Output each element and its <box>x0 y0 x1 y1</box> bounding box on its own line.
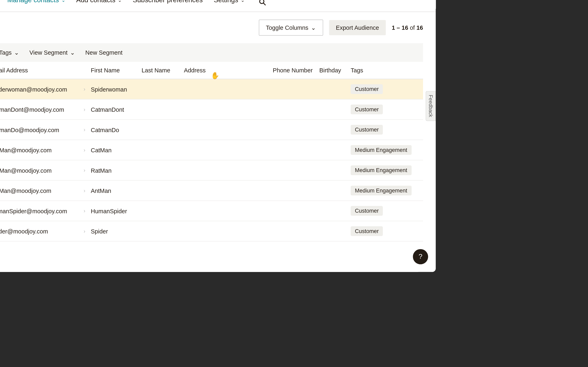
cell-email[interactable]: CatmanDo@moodjoy.com <box>0 126 78 133</box>
tag-chip[interactable]: Medium Engagement <box>351 186 412 196</box>
chevron-right-icon[interactable]: › <box>78 127 91 133</box>
cell-tags: Medium Engagement <box>351 186 423 196</box>
table-header: ⌄ Email Address First Name Last Name Add… <box>0 62 423 79</box>
chevron-right-icon[interactable]: › <box>78 106 91 112</box>
cell-tags: Customer <box>351 226 423 236</box>
tab-add-label: Add contacts <box>76 0 115 4</box>
cell-first-name: Spiderwoman <box>91 86 142 92</box>
toggle-columns-label: Toggle Columns <box>266 24 308 31</box>
tag-chip[interactable]: Medium Engagement <box>351 165 412 175</box>
chevron-down-icon: ⌄ <box>61 0 65 3</box>
tag-chip[interactable]: Customer <box>351 105 383 114</box>
chevron-right-icon[interactable]: › <box>78 86 91 92</box>
tab-manage-label: Manage contacts <box>7 0 59 4</box>
chevron-down-icon: ⌄ <box>70 49 75 56</box>
cell-tags: Medium Engagement <box>351 165 423 175</box>
cell-tags: Customer <box>351 84 423 94</box>
column-first-name[interactable]: First Name <box>91 67 142 74</box>
table-row[interactable]: CatMan@moodjoy.com › CatMan Medium Engag… <box>0 140 423 160</box>
main-content: Mood Joy Your audience has 16 contacts. … <box>0 0 436 272</box>
tab-settings[interactable]: Settings⌄ <box>214 0 245 12</box>
feedback-tab[interactable]: Feedback <box>425 91 436 121</box>
cell-email[interactable]: CatmanDont@moodjoy.com <box>0 106 78 113</box>
filter-bar: Filter by Tags⌄ View Segment⌄ New Segmen… <box>0 43 423 62</box>
tab-subscriber-preferences[interactable]: Subscriber preferences <box>133 0 203 12</box>
table-row[interactable]: RatMan@moodjoy.com › RatMan Medium Engag… <box>0 160 423 181</box>
column-email[interactable]: Email Address <box>0 67 78 74</box>
column-tags[interactable]: Tags <box>351 67 423 74</box>
export-audience-button[interactable]: Export Audience <box>329 20 386 35</box>
view-segment-dropdown[interactable]: View Segment⌄ <box>29 49 75 56</box>
cell-email[interactable]: CatMan@moodjoy.com <box>0 147 78 153</box>
chevron-right-icon[interactable]: › <box>78 167 91 173</box>
cell-email[interactable]: Spider@moodjoy.com <box>0 228 78 234</box>
pagination-range: 1 – 16 <box>392 24 408 31</box>
cell-first-name: CatMan <box>91 147 142 153</box>
table-row[interactable]: Spider@moodjoy.com › Spider Customer <box>0 221 423 242</box>
tag-chip[interactable]: Customer <box>351 206 383 216</box>
cell-tags: Medium Engagement <box>351 145 423 155</box>
tab-manage-contacts[interactable]: Manage contacts⌄ <box>7 0 65 12</box>
chevron-right-icon[interactable]: › <box>78 208 91 214</box>
cell-first-name: HumanSpider <box>91 208 142 214</box>
chevron-down-icon: ⌄ <box>118 0 122 3</box>
chevron-right-icon[interactable]: › <box>78 188 91 193</box>
table-row[interactable]: CatmanDont@moodjoy.com › CatmanDont Cust… <box>0 100 423 120</box>
tab-add-contacts[interactable]: Add contacts⌄ <box>76 0 122 12</box>
table-row[interactable]: CatmanDo@moodjoy.com › CatmanDo Customer <box>0 120 423 140</box>
cell-tags: Customer <box>351 206 423 216</box>
chevron-down-icon: ⌄ <box>311 24 316 31</box>
pagination-of: of <box>410 24 415 31</box>
cell-first-name: CatmanDo <box>91 126 142 133</box>
column-phone[interactable]: Phone Number <box>273 67 319 74</box>
new-segment-button[interactable]: New Segment <box>85 49 122 56</box>
cell-email[interactable]: AntMan@moodjoy.com <box>0 187 78 194</box>
cell-email[interactable]: Spiderwoman@moodjoy.com <box>0 86 78 92</box>
tag-chip[interactable]: Medium Engagement <box>351 145 412 155</box>
filter-tags-label: Filter by Tags <box>0 49 12 56</box>
tag-chip[interactable]: Customer <box>351 226 383 236</box>
svg-point-3 <box>260 0 264 3</box>
cell-tags: Customer <box>351 125 423 134</box>
tag-chip[interactable]: Customer <box>351 84 383 94</box>
table-row[interactable]: Spiderwoman@moodjoy.com › Spiderwoman Cu… <box>0 79 423 100</box>
chevron-down-icon: ⌄ <box>241 0 245 3</box>
chevron-right-icon[interactable]: › <box>78 228 91 234</box>
cell-first-name: CatmanDont <box>91 106 142 113</box>
pagination-text: 1 – 16 of 16 <box>392 24 423 31</box>
tab-settings-label: Settings <box>214 0 238 4</box>
table-row[interactable]: HumanSpider@moodjoy.com › HumanSpider Cu… <box>0 201 423 221</box>
cell-first-name: RatMan <box>91 167 142 174</box>
filter-by-tags-dropdown[interactable]: Filter by Tags⌄ <box>0 49 19 56</box>
toggle-columns-button[interactable]: Toggle Columns⌄ <box>259 20 323 36</box>
help-button[interactable]: ? <box>413 249 428 264</box>
column-last-name[interactable]: Last Name <box>141 67 184 74</box>
cell-email[interactable]: RatMan@moodjoy.com <box>0 167 78 174</box>
pagination-total: 16 <box>416 24 423 31</box>
search-icon[interactable] <box>259 0 267 6</box>
column-birthday[interactable]: Birthday <box>319 67 351 74</box>
cell-tags: Customer <box>351 105 423 114</box>
chevron-right-icon[interactable]: › <box>78 147 91 153</box>
svg-line-4 <box>264 3 266 5</box>
table-row[interactable]: AntMan@moodjoy.com › AntMan Medium Engag… <box>0 181 423 201</box>
column-address[interactable]: Address <box>184 67 273 74</box>
view-segment-label: View Segment <box>29 49 68 56</box>
tag-chip[interactable]: Customer <box>351 125 383 134</box>
cell-first-name: AntMan <box>91 187 142 194</box>
cell-first-name: Spider <box>91 228 142 234</box>
chevron-down-icon: ⌄ <box>14 49 19 56</box>
cell-email[interactable]: HumanSpider@moodjoy.com <box>0 208 78 214</box>
